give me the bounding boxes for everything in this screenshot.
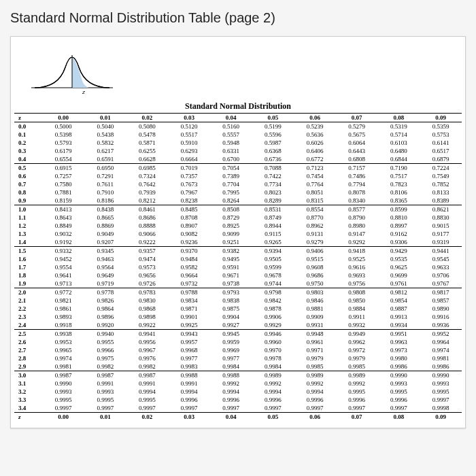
value-cell: 0.8665 bbox=[84, 214, 126, 222]
value-cell: 0.9641 bbox=[42, 271, 84, 279]
value-cell: 0.9803 bbox=[294, 288, 336, 297]
value-cell: 0.8438 bbox=[84, 205, 126, 214]
value-cell: 0.9952 bbox=[420, 330, 462, 339]
value-cell: 0.7389 bbox=[210, 172, 252, 180]
value-cell: 0.7734 bbox=[252, 180, 294, 188]
value-cell: 0.9995 bbox=[84, 396, 126, 404]
footer-col: 0.06 bbox=[294, 413, 336, 422]
value-cell: 0.9854 bbox=[378, 296, 420, 305]
header-row: z0.000.010.020.030.040.050.060.070.080.0… bbox=[14, 114, 462, 122]
col-header: 0.05 bbox=[252, 114, 294, 122]
col-header: 0.02 bbox=[126, 114, 169, 122]
value-cell: 0.9177 bbox=[420, 230, 462, 238]
value-cell: 0.7995 bbox=[210, 188, 252, 197]
table-row: 1.00.84130.84380.84610.84850.85080.85310… bbox=[14, 205, 462, 214]
value-cell: 0.6293 bbox=[168, 147, 210, 155]
value-cell: 0.9940 bbox=[84, 330, 126, 339]
value-cell: 0.8997 bbox=[378, 222, 420, 230]
value-cell: 0.9599 bbox=[252, 263, 294, 271]
z-cell: 2.6 bbox=[14, 338, 42, 346]
value-cell: 0.8051 bbox=[294, 188, 336, 197]
value-cell: 0.9875 bbox=[210, 305, 252, 313]
value-cell: 0.9986 bbox=[378, 362, 420, 371]
value-cell: 0.9997 bbox=[420, 396, 462, 404]
value-cell: 0.8159 bbox=[42, 197, 84, 205]
value-cell: 0.9997 bbox=[84, 404, 126, 413]
value-cell: 0.9656 bbox=[126, 271, 169, 279]
value-cell: 0.9943 bbox=[168, 330, 210, 339]
value-cell: 0.9838 bbox=[210, 296, 252, 305]
value-cell: 0.9987 bbox=[126, 371, 169, 380]
footer-col: 0.05 bbox=[252, 413, 294, 422]
table-row: 0.20.57930.58320.58710.59100.59480.59870… bbox=[14, 139, 462, 147]
value-cell: 0.6217 bbox=[84, 147, 126, 155]
value-cell: 0.9484 bbox=[168, 255, 210, 263]
value-cell: 0.9990 bbox=[42, 379, 84, 388]
value-cell: 0.8212 bbox=[126, 197, 169, 205]
value-cell: 0.9821 bbox=[42, 296, 84, 305]
value-cell: 0.9991 bbox=[84, 379, 126, 388]
footer-col: 0.07 bbox=[336, 413, 378, 422]
value-cell: 0.8133 bbox=[420, 188, 462, 197]
value-cell: 0.9370 bbox=[168, 247, 210, 256]
value-cell: 0.9995 bbox=[378, 388, 420, 396]
value-cell: 0.5987 bbox=[252, 139, 294, 147]
value-cell: 0.9960 bbox=[252, 338, 294, 346]
value-cell: 0.8888 bbox=[126, 222, 169, 230]
value-cell: 0.6844 bbox=[378, 155, 420, 164]
z-cell: 2.2 bbox=[14, 305, 42, 313]
value-cell: 0.9857 bbox=[420, 296, 462, 305]
value-cell: 0.5871 bbox=[126, 139, 169, 147]
value-cell: 0.9394 bbox=[252, 247, 294, 256]
value-cell: 0.9916 bbox=[420, 313, 462, 321]
value-cell: 0.6879 bbox=[420, 155, 462, 164]
value-cell: 0.9699 bbox=[378, 271, 420, 279]
value-cell: 0.9744 bbox=[252, 279, 294, 288]
value-cell: 0.5948 bbox=[210, 139, 252, 147]
value-cell: 0.5636 bbox=[294, 131, 336, 139]
value-cell: 0.5120 bbox=[168, 122, 210, 131]
value-cell: 0.9868 bbox=[126, 305, 169, 313]
table-row: 0.10.53980.54380.54780.55170.55570.55960… bbox=[14, 131, 462, 139]
value-cell: 0.6700 bbox=[210, 155, 252, 164]
value-cell: 0.7291 bbox=[84, 172, 126, 180]
value-cell: 0.9979 bbox=[336, 354, 378, 362]
value-cell: 0.9738 bbox=[210, 279, 252, 288]
value-cell: 0.9115 bbox=[252, 230, 294, 238]
value-cell: 0.9808 bbox=[336, 288, 378, 297]
value-cell: 0.9927 bbox=[210, 321, 252, 330]
z-cell: 1.2 bbox=[14, 222, 42, 230]
col-header: 0.08 bbox=[378, 114, 420, 122]
col-header: 0.07 bbox=[336, 114, 378, 122]
value-cell: 0.6591 bbox=[84, 155, 126, 164]
value-cell: 0.6179 bbox=[42, 147, 84, 155]
value-cell: 0.9977 bbox=[168, 354, 210, 362]
value-cell: 0.9996 bbox=[168, 396, 210, 404]
value-cell: 0.9573 bbox=[126, 263, 169, 271]
z-cell: 0.9 bbox=[14, 197, 42, 205]
table-row: 1.50.93320.93450.93570.93700.93820.93940… bbox=[14, 247, 462, 256]
value-cell: 0.9878 bbox=[252, 305, 294, 313]
value-cell: 0.9834 bbox=[168, 296, 210, 305]
value-cell: 0.9713 bbox=[42, 279, 84, 288]
z-cell: 2.1 bbox=[14, 296, 42, 305]
value-cell: 0.9995 bbox=[42, 396, 84, 404]
value-cell: 0.9131 bbox=[294, 230, 336, 238]
value-cell: 0.9732 bbox=[168, 279, 210, 288]
value-cell: 0.8078 bbox=[336, 188, 378, 197]
value-cell: 0.9969 bbox=[210, 346, 252, 354]
value-cell: 0.7019 bbox=[168, 164, 210, 173]
value-cell: 0.9996 bbox=[336, 396, 378, 404]
value-cell: 0.8238 bbox=[168, 197, 210, 205]
value-cell: 0.9545 bbox=[420, 255, 462, 263]
value-cell: 0.9554 bbox=[42, 263, 84, 271]
table-row: 0.00.50000.50400.50800.51200.51600.51990… bbox=[14, 122, 462, 131]
value-cell: 0.6664 bbox=[168, 155, 210, 164]
z-cell: 0.4 bbox=[14, 155, 42, 164]
table-row: 1.30.90320.90490.90660.90820.90990.91150… bbox=[14, 230, 462, 238]
value-cell: 0.8686 bbox=[126, 214, 169, 222]
value-cell: 0.9980 bbox=[378, 354, 420, 362]
value-cell: 0.9913 bbox=[378, 313, 420, 321]
value-cell: 0.8577 bbox=[336, 205, 378, 214]
value-cell: 0.9993 bbox=[420, 379, 462, 388]
